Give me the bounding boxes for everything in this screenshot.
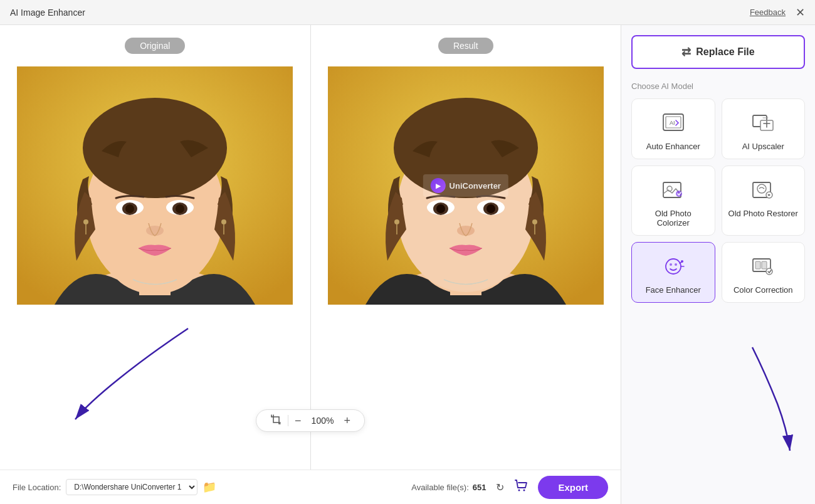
svg-point-25: [436, 204, 445, 213]
svg-point-30: [394, 219, 399, 224]
app-title: AI Image Enhancer: [10, 8, 85, 18]
svg-point-13: [83, 219, 88, 224]
original-label: Original: [125, 38, 185, 54]
zoom-controls: − 100% +: [256, 409, 365, 432]
svg-text:AI: AI: [670, 120, 675, 126]
svg-point-47: [766, 192, 772, 198]
result-label: Result: [438, 38, 493, 54]
face-enhancer-label: Face Enhancer: [646, 285, 701, 295]
old-photo-restorer-icon: [749, 176, 777, 204]
svg-point-12: [146, 226, 164, 236]
feedback-link[interactable]: Feedback: [750, 8, 786, 17]
refresh-button[interactable]: ↻: [496, 481, 504, 493]
svg-point-32: [532, 219, 537, 224]
svg-point-35: [518, 489, 520, 491]
ai-upscaler-icon: [749, 109, 777, 137]
auto-enhancer-icon: AI: [660, 109, 687, 137]
old-photo-colorizer-icon: [660, 176, 687, 204]
svg-point-50: [675, 263, 677, 266]
main-content: Original: [0, 25, 815, 504]
file-location-label: File Location:: [13, 483, 61, 492]
svg-rect-54: [762, 261, 767, 269]
file-path-select[interactable]: D:\Wondershare UniConverter 1: [66, 479, 197, 495]
model-card-ai-upscaler[interactable]: AI Upscaler: [722, 98, 806, 159]
original-photo: [17, 66, 293, 305]
file-location: File Location: D:\Wondershare UniConvert…: [13, 479, 216, 495]
available-label: Available file(s):: [411, 483, 469, 492]
old-photo-restorer-label: Old Photo Restorer: [728, 209, 798, 218]
model-card-face-enhancer[interactable]: Face Enhancer: [631, 242, 715, 303]
svg-point-48: [666, 259, 681, 274]
replace-file-button[interactable]: ⇄ Replace File: [631, 35, 805, 69]
zoom-out-button[interactable]: −: [290, 415, 307, 426]
watermark-text: UniConverter: [450, 181, 501, 191]
result-photo: ▶ UniConverter: [328, 66, 604, 305]
color-correction-label: Color Correction: [734, 285, 793, 295]
model-card-color-correction[interactable]: Color Correction: [722, 242, 806, 303]
replace-icon: ⇄: [681, 45, 691, 59]
svg-point-11: [176, 204, 184, 213]
title-bar-right: Feedback ✕: [750, 7, 805, 18]
svg-point-46: [757, 184, 766, 193]
zoom-value: 100%: [307, 416, 339, 426]
image-panels: Original: [0, 25, 621, 470]
original-photo-svg: [17, 66, 293, 305]
cart-button[interactable]: [514, 479, 528, 496]
svg-point-44: [676, 191, 682, 197]
svg-point-28: [486, 204, 495, 213]
image-area: Original: [0, 25, 621, 504]
export-button[interactable]: Export: [538, 476, 608, 499]
bottom-bar: File Location: D:\Wondershare UniConvert…: [0, 470, 621, 504]
crop-button[interactable]: [265, 414, 287, 428]
svg-point-36: [523, 489, 525, 491]
ai-upscaler-label: AI Upscaler: [742, 142, 784, 151]
available-count: 651: [473, 483, 486, 492]
title-bar-left: AI Image Enhancer: [10, 8, 85, 18]
folder-button[interactable]: 📁: [202, 480, 216, 494]
model-card-old-photo-colorizer[interactable]: Old Photo Colorizer: [631, 165, 715, 236]
title-bar: AI Image Enhancer Feedback ✕: [0, 0, 815, 25]
close-button[interactable]: ✕: [796, 7, 805, 18]
color-correction-icon: [749, 253, 777, 280]
watermark-icon: ▶: [431, 178, 446, 193]
model-card-auto-enhancer[interactable]: AI Auto Enhancer: [631, 98, 715, 159]
zoom-in-button[interactable]: +: [339, 415, 355, 426]
svg-point-51: [681, 260, 683, 263]
old-photo-colorizer-label: Old Photo Colorizer: [638, 209, 708, 228]
face-enhancer-icon: [660, 253, 687, 280]
watermark: ▶ UniConverter: [423, 174, 508, 197]
svg-point-15: [221, 219, 226, 224]
svg-point-8: [125, 204, 134, 213]
svg-rect-53: [755, 261, 760, 269]
result-panel: Result: [311, 25, 621, 470]
model-card-old-photo-restorer[interactable]: Old Photo Restorer: [722, 165, 806, 236]
svg-point-55: [766, 268, 772, 275]
available-files: Available file(s): 651: [411, 483, 486, 492]
svg-point-29: [457, 226, 475, 236]
replace-file-label: Replace File: [696, 46, 754, 58]
choose-model-label: Choose AI Model: [631, 81, 805, 91]
auto-enhancer-label: Auto Enhancer: [646, 142, 700, 151]
svg-point-49: [670, 263, 672, 266]
right-arrow-svg: [690, 341, 802, 466]
bottom-right: Available file(s): 651 ↻ Export: [411, 476, 608, 499]
model-grid: AI Auto Enhancer AI Upscaler: [631, 98, 805, 303]
original-panel: Original: [0, 25, 311, 470]
right-panel: ⇄ Replace File Choose AI Model AI Auto E…: [621, 25, 815, 504]
